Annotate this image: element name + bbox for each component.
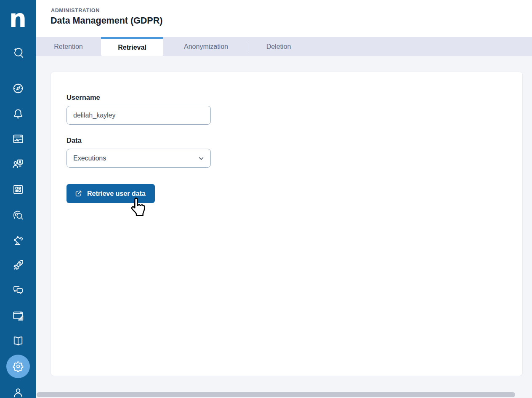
compass-icon xyxy=(12,82,24,95)
user-profile-icon xyxy=(12,387,24,398)
sidebar-item-automation[interactable] xyxy=(6,228,30,252)
design-window-icon xyxy=(12,310,24,322)
sidebar-item-docs[interactable] xyxy=(6,329,30,353)
sidebar: n xyxy=(0,0,36,398)
user-training-icon xyxy=(12,158,24,171)
ai-search-icon xyxy=(12,47,24,59)
fingerprint-search-icon xyxy=(12,209,24,222)
sidebar-item-design[interactable] xyxy=(6,304,30,328)
sidebar-item-notifications[interactable] xyxy=(6,102,30,126)
sidebar-item-launch[interactable] xyxy=(6,254,30,277)
sidebar-item-monitoring[interactable] xyxy=(6,127,30,151)
rocket-icon xyxy=(12,259,24,272)
sidebar-item-ai-search[interactable] xyxy=(6,41,30,65)
settings-gear-icon xyxy=(12,360,24,373)
sidebar-item-user-training[interactable] xyxy=(6,152,30,176)
username-input[interactable] xyxy=(66,106,211,125)
bell-icon xyxy=(12,107,24,120)
sidebar-item-compass[interactable] xyxy=(6,77,30,100)
tab-retrieval[interactable]: Retrieval xyxy=(101,37,163,56)
data-select[interactable]: Executions xyxy=(66,149,211,168)
book-icon xyxy=(12,335,24,347)
tab-retention[interactable]: Retention xyxy=(36,37,101,56)
retrieval-form-card: Username Data Executions Retrieve user d… xyxy=(51,72,523,376)
chevron-down-icon xyxy=(197,155,205,162)
data-select-value: Executions xyxy=(73,155,106,162)
page-title: Data Management (GDPR) xyxy=(51,16,162,26)
apps-grid-icon xyxy=(12,183,24,196)
content-area: Username Data Executions Retrieve user d… xyxy=(36,56,532,398)
chat-icon xyxy=(12,284,24,297)
tab-bar: Retention Retrieval Anonymization Deleti… xyxy=(36,37,532,56)
sidebar-item-chat[interactable] xyxy=(6,279,30,302)
sidebar-item-profile[interactable] xyxy=(6,381,30,398)
breadcrumb-section: ADMINISTRATION xyxy=(51,8,100,13)
retrieve-user-data-button[interactable]: Retrieve user data xyxy=(66,184,155,203)
sidebar-item-settings[interactable] xyxy=(6,355,30,378)
username-label: Username xyxy=(66,93,100,102)
retrieve-button-label: Retrieve user data xyxy=(87,190,146,198)
sidebar-item-audit[interactable] xyxy=(6,203,30,227)
external-link-icon xyxy=(74,190,82,198)
app-logo[interactable]: n xyxy=(0,2,36,35)
data-label: Data xyxy=(66,136,82,144)
sidebar-item-apps[interactable] xyxy=(6,178,30,201)
horizontal-scrollbar-thumb[interactable] xyxy=(37,392,515,397)
page-header: ADMINISTRATION Data Management (GDPR) xyxy=(36,0,532,37)
tab-anonymization[interactable]: Anonymization xyxy=(163,37,249,56)
monitor-chart-icon xyxy=(12,133,24,145)
robot-arm-icon xyxy=(12,234,24,246)
tab-deletion[interactable]: Deletion xyxy=(249,37,308,56)
